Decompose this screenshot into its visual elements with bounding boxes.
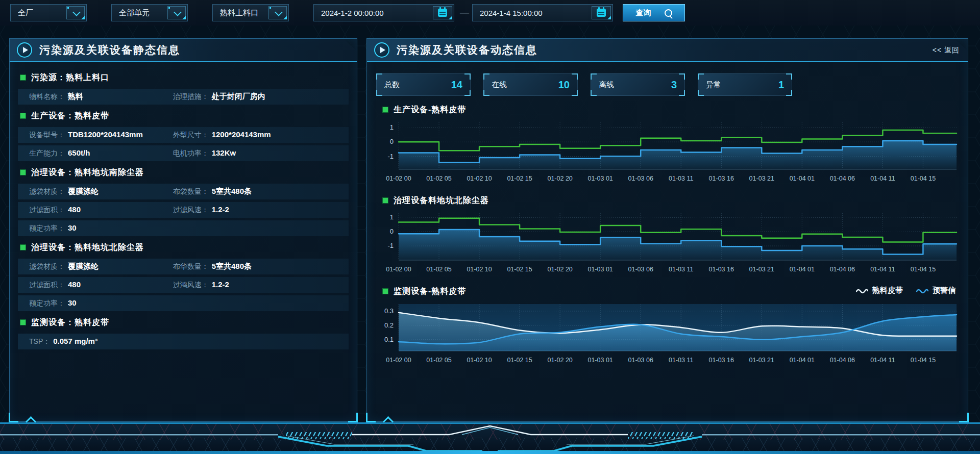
field: 过滤面积：480: [29, 205, 173, 215]
field-label: 过滤面积：: [29, 206, 65, 215]
field: 过鸿风速：1.2-2: [173, 280, 349, 290]
svg-text:01-04 06: 01-04 06: [830, 266, 855, 273]
end-date-input[interactable]: 2024-1-4 15:00:00: [472, 4, 613, 21]
field-value: 480: [68, 205, 81, 214]
section-pollution-source: 污染源：熟料上料口: [18, 69, 349, 86]
field: 滤袋材质：覆膜涤纶: [29, 187, 173, 196]
field-value: 5室共480条: [212, 187, 252, 196]
svg-text:01-04 15: 01-04 15: [911, 266, 936, 273]
stat-box-offline: 离线 3: [591, 73, 685, 96]
info-row: 过滤面积：480 过鸿风速：1.2-2: [18, 277, 349, 293]
stat-label: 离线: [599, 80, 614, 90]
svg-text:01-03 01: 01-03 01: [587, 357, 612, 364]
field-value: TDB1200*204143mm: [68, 130, 143, 139]
stat-label: 总数: [384, 80, 400, 90]
field-label: 治理措施：: [173, 92, 209, 102]
calendar-glyph: [438, 9, 447, 17]
svg-text:-1: -1: [387, 242, 394, 249]
start-date-input[interactable]: 2024-1-2 00:00:00: [313, 4, 454, 21]
svg-text:01-02 15: 01-02 15: [507, 357, 532, 364]
svg-text:0.3: 0.3: [384, 307, 394, 315]
search-icon: [665, 9, 672, 17]
svg-text:01-02 00: 01-02 00: [386, 357, 411, 364]
dynamic-panel-title: 污染源及关联设备动态信息: [397, 43, 537, 57]
plant-select[interactable]: 全厂: [10, 4, 87, 21]
svg-text:01-03 16: 01-03 16: [709, 357, 734, 364]
info-row: 滤袋材质：覆膜涤纶 布华数量：5室共480条: [18, 259, 349, 274]
monitoring-equipment-chart[interactable]: 0.30.20.101-02 0001-02 0501-02 1001-02 1…: [376, 300, 959, 368]
section-title: 监测设备：熟料皮带: [31, 317, 109, 328]
svg-text:01-02 00: 01-02 00: [386, 175, 411, 182]
field-label: 过滤面积：: [29, 281, 65, 290]
svg-text:01-04 01: 01-04 01: [790, 266, 815, 273]
field-value: 5室共480条: [212, 262, 252, 271]
svg-text:01-02 05: 01-02 05: [426, 357, 451, 364]
field-label: 额定功率：: [29, 224, 65, 233]
svg-text:01-02 10: 01-02 10: [467, 266, 492, 273]
back-button[interactable]: << 返回: [933, 46, 960, 55]
chevron-down-icon[interactable]: [167, 6, 186, 19]
query-button[interactable]: 查询: [623, 4, 685, 21]
chart-title: 监测设备-熟料皮带: [394, 286, 466, 297]
svg-text:01-02 15: 01-02 15: [507, 175, 532, 182]
svg-text:0: 0: [390, 228, 394, 235]
svg-text:01-03 11: 01-03 11: [669, 175, 693, 182]
green-square-icon: [382, 107, 388, 113]
field: 额定功率：30: [29, 223, 173, 233]
legend-item-warning[interactable]: 预警信: [916, 286, 955, 295]
svg-text:01-03 11: 01-03 11: [669, 266, 693, 273]
svg-text:-1: -1: [387, 153, 394, 160]
source-select[interactable]: 熟料上料口: [212, 4, 289, 21]
chevron-down-icon[interactable]: [268, 6, 287, 19]
field: 过滤面积：480: [29, 280, 173, 290]
svg-text:01-03 06: 01-03 06: [628, 266, 653, 273]
production-equipment-chart-block: 生产设备-熟料皮带 10-101-02 0001-02 0501-02 1001…: [376, 103, 959, 187]
chevron-down-icon[interactable]: [66, 6, 85, 19]
production-equipment-chart[interactable]: 10-101-02 0001-02 0501-02 1001-02 1501-0…: [376, 118, 959, 187]
field-label: 电机功率：: [173, 149, 209, 158]
section-treatment-equipment-south: 治理设备：熟料地坑南除尘器: [18, 164, 349, 181]
stat-value: 10: [558, 79, 570, 91]
svg-text:01-02 10: 01-02 10: [467, 357, 492, 364]
field-value: 覆膜涤纶: [68, 187, 99, 196]
calendar-icon[interactable]: [592, 6, 611, 19]
section-production-equipment: 生产设备：熟料皮带: [18, 107, 349, 124]
green-square-icon: [20, 169, 26, 175]
treatment-equipment-chart-block: 治理设备料地坑北除尘器 10-101-02 0001-02 0501-02 10…: [376, 194, 959, 278]
unit-select-value: 全部单元: [112, 8, 167, 18]
field-value: 熟料: [68, 92, 83, 102]
info-row: TSP：0.057 mg/m³: [18, 334, 349, 349]
dynamic-panel-header: 污染源及关联设备动态信息: [367, 39, 968, 62]
legend-label: 预警信: [933, 286, 955, 295]
field-label: TSP：: [29, 337, 50, 346]
field-value: 0.057 mg/m³: [53, 337, 97, 345]
field-value: 650t/h: [68, 148, 90, 157]
legend-label: 熟料皮带: [872, 286, 903, 295]
svg-text:01-02 00: 01-02 00: [386, 266, 411, 273]
unit-select[interactable]: 全部单元: [111, 4, 188, 21]
green-square-icon: [20, 319, 26, 325]
play-triangle: [23, 47, 28, 53]
field: 治理措施：处于封闭厂房内: [173, 92, 349, 102]
chart-title-row: 监测设备-熟料皮带 熟料皮带 预警信: [376, 285, 959, 298]
svg-text:01-04 11: 01-04 11: [870, 175, 895, 182]
green-square-icon: [20, 74, 26, 81]
stat-box-total: 总数 14: [376, 73, 471, 96]
treatment-equipment-chart[interactable]: 10-101-02 0001-02 0501-02 1001-02 1501-0…: [376, 209, 959, 278]
date-range-separator: —: [460, 7, 469, 18]
legend-item-material-belt[interactable]: 熟料皮带: [856, 286, 903, 295]
svg-text:01-03 21: 01-03 21: [749, 266, 774, 273]
stat-value: 14: [451, 79, 462, 91]
svg-text:01-03 21: 01-03 21: [749, 175, 774, 182]
chevron-glyph: [275, 8, 283, 16]
svg-text:1: 1: [390, 213, 394, 221]
dynamic-panel-body: 总数 14 在线 10 离线 3 异常 1 生产设备-熟料皮带 10-101-0…: [367, 62, 968, 368]
field: 电机功率：132Kw: [173, 148, 349, 158]
field-value: 1.2-2: [212, 205, 229, 214]
green-square-icon: [20, 113, 26, 119]
section-title: 治理设备：熟料地坑北除尘器: [31, 242, 144, 253]
info-row: 设备型号：TDB1200*204143mm 外型尺寸：1200*204143mm: [18, 127, 349, 143]
end-date-value: 2024-1-4 15:00:00: [473, 9, 592, 17]
calendar-icon[interactable]: [433, 6, 452, 19]
device-stats-row: 总数 14 在线 10 离线 3 异常 1: [376, 73, 959, 96]
